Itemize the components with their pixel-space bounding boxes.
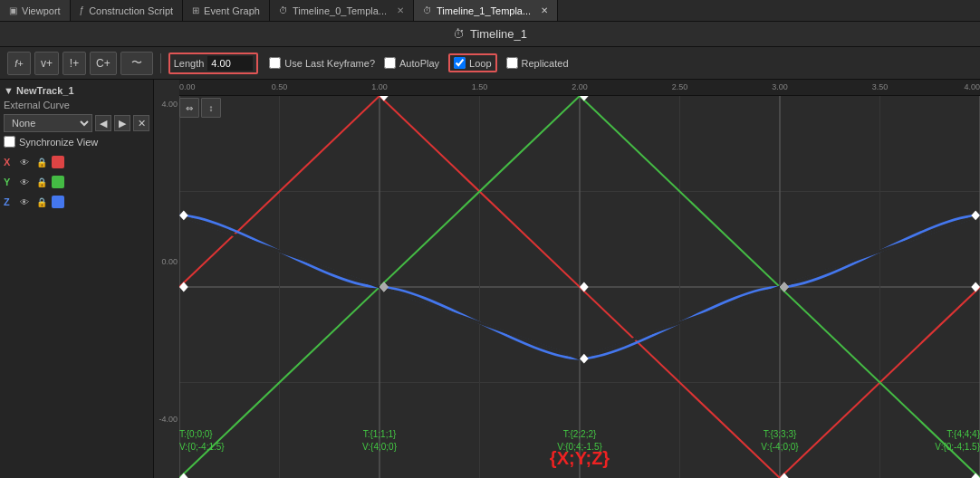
- synchronize-view-checkbox[interactable]: [4, 136, 15, 148]
- value-label-bot: -4.00: [154, 415, 179, 478]
- track-name: ▼ NewTrack_1: [4, 83, 149, 100]
- replicated-group[interactable]: Replicated: [506, 57, 569, 69]
- autoplay-checkbox[interactable]: [384, 57, 396, 69]
- tab-construction-script[interactable]: ƒ Construction Script: [71, 0, 184, 21]
- tab-viewport[interactable]: ▣ Viewport: [0, 0, 71, 21]
- ruler-tick-0: 0.00: [179, 82, 196, 91]
- ruler-tick-8: 4.00: [964, 82, 980, 91]
- use-last-keyframe-checkbox[interactable]: [269, 57, 281, 69]
- fit-view-button[interactable]: ⇔: [179, 98, 199, 118]
- channel-y-lock-icon[interactable]: 🔒: [34, 177, 49, 187]
- expand-view-button[interactable]: ↕: [201, 98, 221, 118]
- channel-y-label: Y: [4, 177, 14, 187]
- ruler-tick-5: 2.50: [672, 82, 688, 91]
- main-area: ▼ NewTrack_1 External Curve None ◀ ▶ ✕ S…: [0, 80, 980, 478]
- curve-nav-forward-button[interactable]: ▶: [114, 115, 130, 131]
- xyz-label: {X;Y;Z}: [550, 448, 610, 468]
- use-last-keyframe-group[interactable]: Use Last Keyframe?: [269, 57, 375, 69]
- title-bar: ⏱ Timeline_1: [0, 22, 980, 47]
- replicated-label: Replicated: [522, 58, 569, 69]
- ruler-tick-7: 3.50: [872, 82, 889, 91]
- toolbar-separator: [160, 53, 161, 73]
- sync-row: Synchronize View: [4, 136, 149, 148]
- channel-x-lock-icon[interactable]: 🔒: [34, 158, 49, 167]
- tab-event-graph[interactable]: ⊞ Event Graph: [183, 0, 270, 21]
- timeline1-icon: ⏱: [423, 5, 432, 15]
- curve-clear-button[interactable]: ✕: [133, 115, 149, 131]
- value-label-mid: 0.00: [154, 257, 179, 266]
- channel-z-lock-icon[interactable]: 🔒: [34, 197, 49, 207]
- construction-script-icon: ƒ: [80, 5, 85, 15]
- curve-svg: 4.00 0.00 -4.00: [179, 96, 980, 478]
- page-title: Timeline_1: [470, 27, 527, 41]
- external-curve-label: External Curve: [4, 100, 149, 110]
- channel-z-eye-icon[interactable]: 👁: [17, 197, 32, 207]
- ruler-tick-4: 2.00: [572, 82, 588, 91]
- autoplay-label: AutoPlay: [399, 58, 439, 69]
- tab-timeline0-close[interactable]: ✕: [397, 5, 404, 15]
- length-input[interactable]: [207, 56, 253, 71]
- autoplay-group[interactable]: AutoPlay: [384, 57, 439, 69]
- tab-viewport-label: Viewport: [22, 5, 61, 16]
- channel-x-eye-icon[interactable]: 👁: [17, 158, 32, 167]
- synchronize-view-label: Synchronize View: [19, 137, 98, 148]
- xyz-label-container: {X;Y;Z}: [179, 448, 980, 469]
- curve-selector-row: None ◀ ▶ ✕: [4, 114, 149, 132]
- tab-bar: ▣ Viewport ƒ Construction Script ⊞ Event…: [0, 0, 980, 22]
- value-label-top: 4.00: [154, 98, 179, 109]
- timeline0-icon: ⏱: [279, 5, 288, 15]
- channel-y-swatch: [52, 176, 64, 188]
- title-clock-icon: ⏱: [453, 27, 465, 41]
- event-graph-icon: ⊞: [192, 5, 199, 15]
- add-event-track-button[interactable]: !+: [62, 52, 86, 75]
- loop-group[interactable]: Loop: [448, 53, 496, 72]
- tab-construction-script-label: Construction Script: [89, 5, 173, 16]
- channel-z-swatch: [52, 196, 64, 208]
- use-last-keyframe-label: Use Last Keyframe?: [284, 58, 375, 69]
- channel-rows: X 👁 🔒 Y 👁 🔒 Z 👁 🔒: [4, 153, 149, 211]
- channel-row-z: Z 👁 🔒: [4, 193, 149, 211]
- curve-dropdown[interactable]: None: [4, 114, 92, 132]
- ruler-tick-1: 0.50: [272, 82, 288, 91]
- curve-tool-button[interactable]: 〜: [120, 52, 153, 75]
- tab-timeline0[interactable]: ⏱ Timeline_0_Templa... ✕: [270, 0, 414, 21]
- viewport-icon: ▣: [9, 5, 17, 15]
- toolbar: f+ v+ !+ C+ 〜 Length Use Last Keyframe? …: [0, 47, 980, 80]
- tab-event-graph-label: Event Graph: [204, 5, 260, 16]
- channel-row-y: Y 👁 🔒: [4, 173, 149, 191]
- loop-label: Loop: [469, 58, 491, 69]
- channel-x-swatch: [52, 156, 64, 168]
- loop-checkbox[interactable]: [454, 57, 466, 69]
- curve-view-controls: ⇔ ↕: [179, 98, 221, 118]
- tab-timeline1-label: Timeline_1_Templa...: [437, 5, 531, 16]
- curve-nav-back-button[interactable]: ◀: [95, 115, 111, 131]
- ruler: 0.00 0.50 1.00 1.50 2.00 2.50 3.00 3.50 …: [179, 80, 980, 96]
- channel-z-label: Z: [4, 196, 14, 207]
- tab-timeline1-close[interactable]: ✕: [541, 5, 548, 15]
- add-color-track-button[interactable]: C+: [90, 52, 117, 75]
- channel-y-eye-icon[interactable]: 👁: [17, 177, 32, 187]
- replicated-checkbox[interactable]: [506, 57, 518, 69]
- add-float-track-button[interactable]: f+: [7, 52, 31, 75]
- channel-x-label: X: [4, 157, 14, 167]
- add-vector-track-button[interactable]: v+: [34, 52, 59, 75]
- curve-tool-icon: 〜: [131, 55, 142, 71]
- channel-row-x: X 👁 🔒: [4, 153, 149, 171]
- ruler-tick-2: 1.00: [371, 82, 388, 91]
- tab-timeline0-label: Timeline_0_Templa...: [293, 5, 387, 16]
- length-label: Length: [174, 58, 205, 69]
- ruler-tick-6: 3.00: [772, 82, 788, 91]
- curve-editor: 0.00 0.50 1.00 1.50 2.00 2.50 3.00 3.50 …: [154, 80, 980, 478]
- left-panel: ▼ NewTrack_1 External Curve None ◀ ▶ ✕ S…: [0, 80, 154, 478]
- tab-timeline1[interactable]: ⏱ Timeline_1_Templa... ✕: [414, 0, 558, 21]
- value-axis-labels: 4.00 0.00 -4.00: [154, 98, 179, 478]
- ruler-tick-3: 1.50: [472, 82, 488, 91]
- length-group: Length: [168, 53, 259, 74]
